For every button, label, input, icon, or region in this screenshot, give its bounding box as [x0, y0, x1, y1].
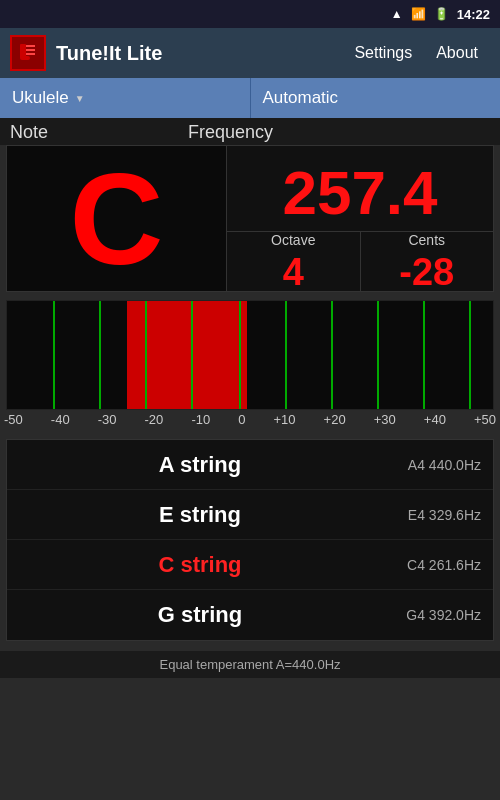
scale-minus50: -50	[4, 412, 23, 427]
green-line-8	[377, 301, 379, 409]
status-time: 14:22	[457, 7, 490, 22]
string-info-3: G4 392.0Hz	[381, 607, 481, 623]
freq-octave-cents: 257.4 Octave 4 Cents -28	[227, 146, 493, 291]
string-list: A stringA4 440.0HzE stringE4 329.6HzC st…	[6, 439, 494, 641]
green-line-center	[239, 301, 241, 409]
octave-value: 4	[283, 251, 304, 294]
scale-minus40: -40	[51, 412, 70, 427]
string-name-2: C string	[19, 552, 381, 578]
string-row-1[interactable]: E stringE4 329.6Hz	[7, 490, 493, 540]
cents-label: Cents	[408, 229, 445, 251]
octave-label: Octave	[271, 229, 315, 251]
scale-zero: 0	[238, 412, 245, 427]
instrument-bar: Ukulele Automatic	[0, 78, 500, 118]
app-title: Tune!It Lite	[56, 42, 342, 65]
green-line-6	[285, 301, 287, 409]
scale-minus30: -30	[98, 412, 117, 427]
title-bar: Tune!It Lite Settings About	[0, 28, 500, 78]
nf-display: C 257.4 Octave 4 Cents -28	[6, 145, 494, 292]
scale-plus40: +40	[424, 412, 446, 427]
green-line-7	[331, 301, 333, 409]
note-label: Note	[10, 122, 48, 143]
scale-plus20: +20	[324, 412, 346, 427]
scale-minus20: -20	[145, 412, 164, 427]
green-line-2	[99, 301, 101, 409]
battery-icon: 🔋	[434, 7, 449, 21]
scale-minus10: -10	[191, 412, 210, 427]
status-bar: ▲ 📶 🔋 14:22	[0, 0, 500, 28]
string-name-1: E string	[19, 502, 381, 528]
string-row-2[interactable]: C stringC4 261.6Hz	[7, 540, 493, 590]
octave-section: Octave 4	[227, 232, 361, 291]
footer: Equal temperament A=440.0Hz	[0, 651, 500, 678]
string-row-3[interactable]: G stringG4 392.0Hz	[7, 590, 493, 640]
string-info-2: C4 261.6Hz	[381, 557, 481, 573]
green-line-9	[423, 301, 425, 409]
meter-scale: -50 -40 -30 -20 -10 0 +10 +20 +30 +40 +5…	[0, 410, 500, 429]
meter-container	[6, 300, 494, 410]
about-button[interactable]: About	[424, 38, 490, 68]
freq-value: 257.4	[227, 146, 493, 231]
note-display: C	[7, 146, 227, 291]
instrument-select[interactable]: Ukulele	[0, 78, 251, 118]
scale-plus50: +50	[474, 412, 496, 427]
svg-rect-1	[20, 56, 30, 60]
scale-plus30: +30	[374, 412, 396, 427]
string-row-0[interactable]: A stringA4 440.0Hz	[7, 440, 493, 490]
string-name-3: G string	[19, 602, 381, 628]
string-info-1: E4 329.6Hz	[381, 507, 481, 523]
frequency-label: Frequency	[188, 122, 273, 143]
footer-text: Equal temperament A=440.0Hz	[159, 657, 340, 672]
wifi-icon: ▲	[391, 7, 403, 21]
nf-header: Note Frequency	[0, 118, 500, 145]
logo-icon	[17, 42, 39, 64]
green-line-10	[469, 301, 471, 409]
green-line-1	[53, 301, 55, 409]
string-name-0: A string	[19, 452, 381, 478]
green-line-3	[145, 301, 147, 409]
string-info-0: A4 440.0Hz	[381, 457, 481, 473]
scale-plus10: +10	[274, 412, 296, 427]
settings-button[interactable]: Settings	[342, 38, 424, 68]
octave-cents-row: Octave 4 Cents -28	[227, 231, 493, 291]
green-line-4	[191, 301, 193, 409]
app-logo	[10, 35, 46, 71]
mode-select[interactable]: Automatic	[251, 78, 501, 118]
cents-value: -28	[399, 251, 454, 294]
cents-section: Cents -28	[361, 232, 494, 291]
note-letter: C	[70, 154, 164, 284]
svg-rect-0	[20, 44, 26, 58]
signal-icon: 📶	[411, 7, 426, 21]
